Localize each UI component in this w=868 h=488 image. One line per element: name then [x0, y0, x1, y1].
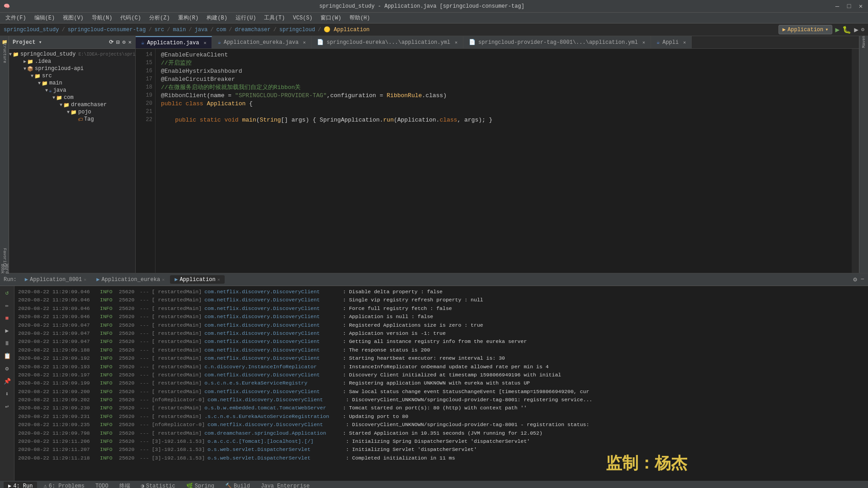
toolbar-more[interactable]: ⚙	[861, 26, 864, 33]
edit-config-icon[interactable]: ✏	[2, 300, 12, 310]
editor-right-margin	[852, 49, 859, 273]
code-area[interactable]: @EnableEurekaClient //开启监控 @EnableHystri…	[156, 49, 852, 273]
log-thread: [ restartedMain]	[152, 346, 202, 354]
tab-close-btn[interactable]: ✕	[203, 40, 206, 46]
code-line-21	[161, 108, 846, 116]
nav-consumer-tag[interactable]: springcloud-consumer-tag	[68, 27, 146, 33]
close-button[interactable]: ✕	[857, 3, 864, 10]
run-button[interactable]: ▶	[835, 25, 840, 34]
menu-item-工具[interactable]: 工具(T)	[260, 13, 288, 23]
tree-springcloud-api[interactable]: ▼ 📦 springcloud-api	[9, 65, 135, 72]
menu-item-分析[interactable]: 分析(Z)	[146, 13, 174, 23]
bottom-tab-statistic[interactable]: ◑ Statistic	[137, 482, 180, 488]
tree-src[interactable]: ▼ 📁 src	[9, 72, 135, 80]
softrap-icon[interactable]: ↩	[2, 402, 12, 412]
navbar: springcloud_study / springcloud-consumer…	[0, 23, 868, 36]
sync-icon[interactable]: ⟳	[109, 39, 113, 46]
tab-provider-yml[interactable]: 📄 springcloud-provider-tag-8001\...\appl…	[463, 36, 651, 49]
tab-close-btn5[interactable]: ✕	[683, 40, 686, 45]
run-tab-close1[interactable]: ✕	[84, 277, 86, 282]
collapse-icon[interactable]: ⊟	[116, 39, 119, 46]
minimize-button[interactable]: —	[834, 3, 841, 10]
nav-springcloud-study[interactable]: springcloud_study	[4, 27, 59, 33]
maximize-button[interactable]: □	[845, 3, 853, 10]
menu-item-VCS[interactable]: VCS(S)	[289, 14, 316, 22]
bottom-tab-java-enterprise[interactable]: Java Enterprise	[256, 482, 314, 488]
settings-run-icon[interactable]: ⚙	[2, 364, 12, 374]
run-minimize-icon[interactable]: −	[861, 276, 864, 283]
tree-com[interactable]: ▼ 📁 com	[9, 94, 135, 101]
nav-com[interactable]: com	[217, 27, 226, 33]
bottom-tab-build[interactable]: 🔨 Build	[221, 482, 255, 488]
menu-item-重构[interactable]: 重构(R)	[175, 13, 203, 23]
nav-dreamchaser[interactable]: dreamchaser	[235, 27, 270, 33]
dump-icon[interactable]: 📋	[2, 351, 12, 361]
rerun-button[interactable]: ↺	[2, 288, 12, 298]
nav-java[interactable]: java	[194, 27, 208, 33]
scroll-end-icon[interactable]: ⬇	[2, 389, 12, 399]
debug-button[interactable]: 🐛	[842, 25, 851, 34]
run-tab-eureka[interactable]: ▶ Application_eureka ✕	[92, 275, 169, 284]
word-book-icon[interactable]: Word Book	[0, 265, 9, 273]
tree-tag[interactable]: ▶ 🏷 Tag	[9, 116, 135, 123]
tab-eureka-yml[interactable]: 📄 springcloud-eureka\...\application.yml…	[311, 36, 463, 49]
menu-item-构建[interactable]: 构建(B)	[203, 13, 231, 23]
run-config-selector[interactable]: ▶ Application ▾	[778, 25, 833, 34]
menu-item-视图[interactable]: 视图(V)	[59, 13, 87, 23]
menu-item-代码[interactable]: 代码(C)	[117, 13, 145, 23]
nav-src[interactable]: src	[155, 27, 165, 33]
menu-item-运行[interactable]: 运行(U)	[232, 13, 260, 23]
log-level: INFO	[100, 446, 116, 454]
pin-tab-icon[interactable]: 📌	[2, 376, 12, 386]
menu-item-文件[interactable]: 文件(F)	[2, 13, 30, 23]
structure-icon[interactable]: Structure	[0, 48, 9, 56]
menu-item-编辑[interactable]: 编辑(E)	[31, 13, 59, 23]
stop-button[interactable]: ■	[2, 313, 12, 323]
tree-pojo[interactable]: ▼ 📁 pojo	[9, 108, 135, 116]
run-tab-application[interactable]: ▶ Application ✕	[170, 275, 224, 284]
log-sep: ---	[140, 321, 149, 329]
resume-button[interactable]: ▶	[2, 326, 12, 336]
bottom-tab-spring[interactable]: 🌿 Spring	[182, 482, 219, 488]
tree-main[interactable]: ▼ 📁 main	[9, 80, 135, 87]
log-pid: 25620	[119, 396, 137, 404]
tree-root[interactable]: ▼ 📁 springcloud_study E:\IDEA-projects\s…	[9, 51, 135, 58]
bottom-tab-problems[interactable]: ⚠ 6: Problems	[39, 482, 89, 488]
settings-icon[interactable]: ⚙	[123, 39, 126, 46]
bottom-tab-terminal[interactable]: 终端	[115, 481, 135, 488]
tab-application-java[interactable]: ☕ Application.java ✕	[136, 36, 212, 49]
nav-springcloud[interactable]: springcloud	[279, 27, 315, 33]
log-pid: 25620	[119, 437, 137, 446]
menu-item-帮助[interactable]: 帮助(H)	[346, 13, 374, 23]
tab-close-btn3[interactable]: ✕	[455, 40, 458, 45]
bottom-tab-todo[interactable]: TODO	[91, 482, 113, 488]
run-tab-close3[interactable]: ✕	[217, 277, 220, 282]
pause-button[interactable]: ⏸	[2, 338, 12, 348]
log-sep: ---	[140, 338, 149, 346]
nav-main[interactable]: main	[173, 27, 186, 33]
maven-icon[interactable]: Maven	[860, 38, 868, 46]
close-panel-icon[interactable]: ✕	[128, 39, 132, 46]
favorites-icon[interactable]: Favorites	[0, 255, 9, 263]
run-settings-icon[interactable]: ⚙	[853, 276, 857, 283]
editor-scroll[interactable]: 14 15 16 17 18 19 20 21 22 @EnableEureka…	[136, 49, 859, 273]
tab-application-eureka[interactable]: ☕ Application_eureka.java ✕	[212, 36, 311, 49]
nav-application[interactable]: 🟡 Application	[324, 26, 369, 33]
run-with-coverage[interactable]: ▶	[854, 25, 859, 34]
bottom-tab-run[interactable]: ▶ 4: Run	[4, 482, 37, 488]
log-line-10: 2020-08-22 11:29:09.197 INFO 25620 --- […	[14, 371, 868, 379]
spring-icon: 🌿	[186, 483, 193, 488]
menu-item-窗口[interactable]: 窗口(W)	[317, 13, 345, 23]
tree-dreamchaser[interactable]: ▼ 📁 dreamchaser	[9, 101, 135, 108]
log-content[interactable]: 2020-08-22 11:29:09.046 INFO 25620 --- […	[14, 286, 868, 481]
tab-appli[interactable]: ☕ Appli ✕	[651, 36, 692, 49]
tab-close-btn4[interactable]: ✕	[642, 40, 645, 45]
menu-item-导航[interactable]: 导航(N)	[88, 13, 116, 23]
run-tab-close2[interactable]: ✕	[162, 277, 165, 282]
log-class: com.netflix.discovery.DiscoveryClient	[208, 396, 343, 404]
run-tab-8001[interactable]: ▶ Application_8001 ✕	[20, 275, 91, 284]
tree-idea[interactable]: ▶ 📁 .idea	[9, 58, 135, 65]
tab-close-btn2[interactable]: ✕	[303, 40, 306, 45]
log-thread: [ restartedMain]	[152, 338, 202, 346]
tree-java[interactable]: ▼ ☕ java	[9, 87, 135, 94]
